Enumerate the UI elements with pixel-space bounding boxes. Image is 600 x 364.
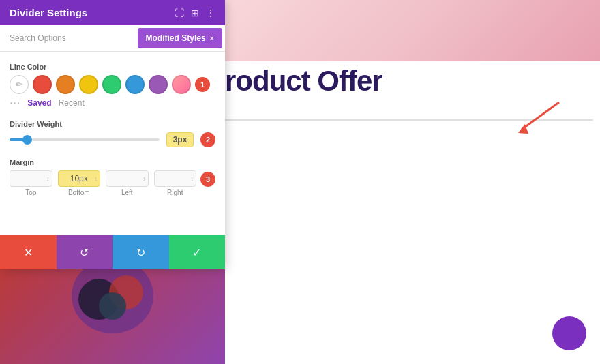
line-color-label: Line Color xyxy=(10,63,215,71)
tab-modified-close-icon[interactable]: × xyxy=(210,34,214,42)
red-arrow-annotation xyxy=(511,95,566,136)
confirm-button[interactable]: ✓ xyxy=(169,235,226,269)
line-color-badge: 1 xyxy=(195,77,210,92)
panel-header-icons: ⛶ ⊞ ⋮ xyxy=(175,7,215,18)
color-swatch-pink[interactable] xyxy=(172,75,191,94)
pencil-icon: ✏ xyxy=(16,80,22,89)
margin-badge: 3 xyxy=(200,172,215,187)
svg-point-5 xyxy=(99,292,126,320)
undo-icon: ↺ xyxy=(80,246,89,259)
color-swatch-orange[interactable] xyxy=(56,75,75,94)
divider-weight-badge: 2 xyxy=(200,132,215,147)
color-swatch-purple[interactable] xyxy=(149,75,168,94)
margin-right-label: Right xyxy=(167,189,183,196)
fullscreen-icon[interactable]: ⛶ xyxy=(175,7,184,18)
color-swatches-row: ✏ xyxy=(10,75,191,94)
panel-tabs-bar: Search Options Modified Styles × xyxy=(0,25,225,52)
divider-weight-section: Divider Weight 3px 2 xyxy=(10,120,215,147)
redo-icon: ↻ xyxy=(136,246,145,259)
panel-footer: ✕ ↺ ↻ ✓ xyxy=(0,235,225,269)
page-heading: roduct Offer xyxy=(225,65,382,97)
tab-search-options[interactable]: Search Options xyxy=(0,27,135,50)
svg-line-0 xyxy=(522,102,559,130)
undo-button[interactable]: ↺ xyxy=(57,235,113,269)
modified-styles-label: Modified Styles xyxy=(146,33,206,43)
color-swatch-blue[interactable] xyxy=(125,75,145,94)
margin-bottom-group: ↕ Bottom xyxy=(58,170,101,196)
tab-modified-styles[interactable]: Modified Styles × xyxy=(138,28,222,48)
margin-top-group: ↕ Top xyxy=(10,170,52,196)
redo-button[interactable]: ↻ xyxy=(112,235,169,269)
more-options-icon[interactable]: ⋮ xyxy=(206,7,215,18)
margin-left-link-icon: ↕ xyxy=(142,175,146,182)
saved-link[interactable]: Saved xyxy=(27,98,51,108)
panel-header: Divider Settings ⛶ ⊞ ⋮ xyxy=(0,0,225,25)
margin-right-group: ↕ Right xyxy=(154,170,197,196)
slider-thumb[interactable] xyxy=(22,135,32,145)
margin-label: Margin xyxy=(10,158,215,166)
margin-section: Margin ↕ Top ↕ xyxy=(10,158,215,196)
confirm-icon: ✓ xyxy=(192,246,201,259)
recent-link[interactable]: Recent xyxy=(59,98,85,108)
saved-recent-row: ··· Saved Recent xyxy=(10,97,215,109)
divider-weight-value[interactable]: 3px xyxy=(166,132,194,147)
color-swatch-yellow[interactable] xyxy=(79,75,98,94)
margin-bottom-link-icon: ↕ xyxy=(95,175,98,182)
cancel-button[interactable]: ✕ xyxy=(0,235,57,269)
margin-fields: ↕ Top ↕ Bottom xyxy=(10,170,196,196)
slider-row: 3px 2 xyxy=(10,132,215,147)
page-top-gradient xyxy=(225,0,600,61)
color-swatch-white[interactable]: ✏ xyxy=(10,75,29,94)
slider-track[interactable] xyxy=(10,138,160,141)
margin-bottom-wrapper: ↕ xyxy=(58,170,101,187)
margin-top-label: Top xyxy=(25,189,36,196)
margin-top-wrapper: ↕ xyxy=(10,170,52,187)
margin-top-link-icon: ↕ xyxy=(46,175,50,182)
margin-left-label: Left xyxy=(121,189,133,196)
margin-right-link-icon: ↕ xyxy=(191,175,194,182)
margin-right-wrapper: ↕ xyxy=(154,170,197,187)
columns-icon[interactable]: ⊞ xyxy=(191,7,199,18)
panel-content: Line Color ✏ 1 ··· xyxy=(0,52,225,235)
divider-settings-panel: Divider Settings ⛶ ⊞ ⋮ Search Options Mo… xyxy=(0,0,225,269)
purple-circle-decoration[interactable] xyxy=(552,316,586,350)
margin-left-group: ↕ Left xyxy=(106,170,149,196)
three-dots: ··· xyxy=(10,97,20,109)
margin-bottom-label: Bottom xyxy=(68,189,90,196)
divider-weight-label: Divider Weight xyxy=(10,120,215,128)
cancel-icon: ✕ xyxy=(24,246,33,259)
color-swatch-red[interactable] xyxy=(33,75,52,94)
color-swatch-green[interactable] xyxy=(102,75,121,94)
line-color-section: Line Color ✏ 1 ··· xyxy=(10,63,215,109)
margin-left-wrapper: ↕ xyxy=(106,170,149,187)
panel-title: Divider Settings xyxy=(10,7,87,18)
